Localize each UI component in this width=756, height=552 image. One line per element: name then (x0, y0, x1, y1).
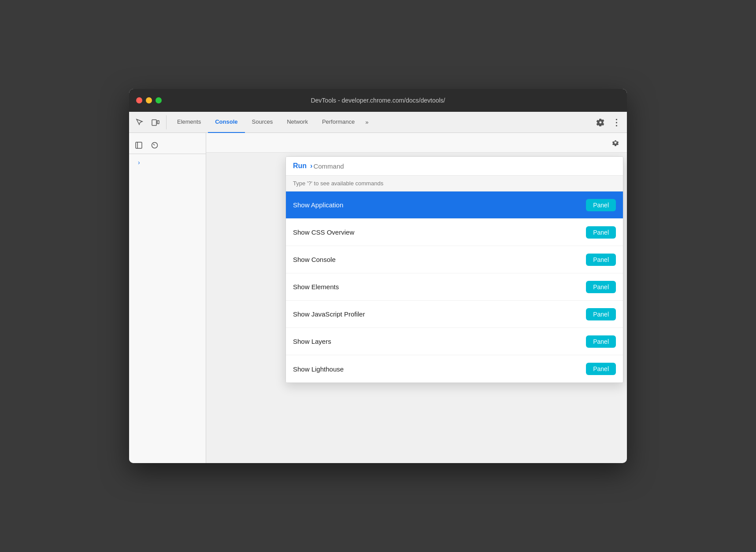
command-input[interactable] (313, 162, 616, 170)
close-button[interactable] (136, 97, 142, 103)
devtools-body: › Run › Typ (129, 133, 627, 463)
settings-gear-icon[interactable] (593, 115, 608, 129)
secondary-toolbar (129, 136, 206, 154)
command-list: Show Application Panel Show CSS Overview… (286, 191, 623, 383)
svg-line-5 (153, 144, 155, 145)
command-item-show-layers[interactable]: Show Layers Panel (286, 328, 623, 355)
panel-badge-1[interactable]: Panel (586, 226, 616, 239)
toolbar-icons-group (133, 115, 167, 129)
devtools-toolbar: Elements Console Sources Network Perform… (129, 112, 627, 133)
panel-badge-5[interactable]: Panel (586, 335, 616, 348)
svg-rect-0 (152, 120, 156, 125)
command-arrow: › (310, 162, 312, 170)
command-item-show-js-profiler[interactable]: Show JavaScript Profiler Panel (286, 301, 623, 328)
svg-point-4 (152, 142, 158, 148)
vertical-dots: ⋮ (612, 118, 621, 127)
command-palette: Run › Type '?' to see available commands… (285, 156, 623, 383)
command-item-label: Show Layers (293, 338, 331, 345)
console-icon[interactable] (148, 139, 161, 151)
toggle-panel-icon[interactable] (133, 139, 145, 151)
toolbar-right: ⋮ (593, 115, 623, 129)
command-item-show-elements[interactable]: Show Elements Panel (286, 273, 623, 301)
command-item-show-lighthouse[interactable]: Show Lighthouse Panel (286, 355, 623, 383)
chevron-right-icon[interactable]: › (134, 157, 144, 168)
panel-badge-0[interactable]: Panel (586, 199, 616, 211)
left-panel: › (129, 133, 206, 463)
device-toggle-icon[interactable] (148, 115, 163, 129)
command-hint: Type '?' to see available commands (286, 176, 623, 191)
command-input-row: Run › (286, 157, 623, 176)
panel-badge-6[interactable]: Panel (586, 363, 616, 375)
panel-badge-2[interactable]: Panel (586, 254, 616, 266)
maximize-button[interactable] (156, 97, 162, 103)
command-item-label: Show CSS Overview (293, 228, 354, 236)
tab-performance[interactable]: Performance (315, 112, 362, 133)
tab-sources[interactable]: Sources (245, 112, 280, 133)
right-panel: Run › Type '?' to see available commands… (206, 133, 627, 463)
run-label: Run (293, 162, 307, 170)
svg-rect-2 (136, 142, 142, 148)
more-options-icon[interactable]: ⋮ (609, 115, 623, 129)
tab-console[interactable]: Console (208, 112, 245, 133)
command-item-label: Show Application (293, 201, 343, 209)
tab-elements[interactable]: Elements (170, 112, 208, 133)
command-item-label: Show Console (293, 256, 336, 263)
window-title: DevTools - developer.chrome.com/docs/dev… (311, 97, 445, 104)
title-bar: DevTools - developer.chrome.com/docs/dev… (129, 89, 627, 112)
panel-badge-4[interactable]: Panel (586, 308, 616, 320)
devtools-window: DevTools - developer.chrome.com/docs/dev… (129, 89, 627, 463)
traffic-lights (136, 97, 162, 103)
command-item-show-console[interactable]: Show Console Panel (286, 246, 623, 273)
tab-network[interactable]: Network (280, 112, 315, 133)
inspect-icon[interactable] (133, 115, 147, 129)
tab-list: Elements Console Sources Network Perform… (170, 112, 592, 133)
command-item-label: Show JavaScript Profiler (293, 310, 365, 318)
tab-more-button[interactable]: » (362, 112, 372, 133)
command-item-label: Show Elements (293, 283, 339, 291)
svg-rect-1 (157, 121, 159, 124)
right-panel-settings-icon[interactable] (608, 136, 623, 150)
command-item-show-application[interactable]: Show Application Panel (286, 191, 623, 219)
panel-badge-3[interactable]: Panel (586, 281, 616, 293)
command-item-show-css-overview[interactable]: Show CSS Overview Panel (286, 219, 623, 246)
right-panel-top-bar (206, 133, 627, 153)
minimize-button[interactable] (146, 97, 152, 103)
command-item-label: Show Lighthouse (293, 365, 344, 373)
